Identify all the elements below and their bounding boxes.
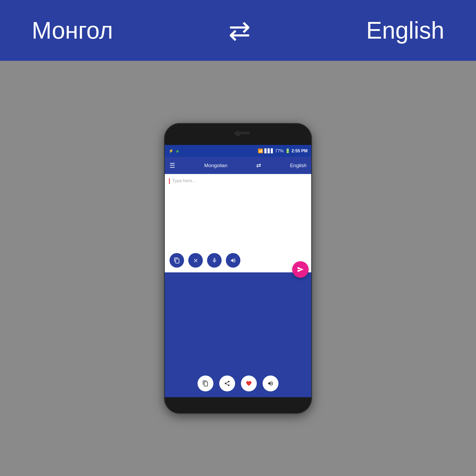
phone-top-bezel	[165, 124, 311, 145]
favorite-button[interactable]	[241, 376, 257, 391]
status-right: 📶 ▋▋▋ 77% 🔋 2:55 PM	[258, 148, 308, 153]
header-lang-right[interactable]: English	[366, 17, 444, 44]
battery-percent: 77%	[275, 149, 284, 153]
share-icon	[224, 380, 230, 387]
speaker-output-button[interactable]	[263, 376, 278, 391]
mic-button[interactable]	[207, 253, 222, 268]
heart-icon	[246, 380, 252, 387]
battery-icon: 🔋	[285, 148, 290, 153]
send-button[interactable]	[292, 261, 309, 278]
speaker-icon	[267, 380, 274, 387]
header-lang-left[interactable]: Монгол	[32, 17, 113, 44]
share-button[interactable]	[219, 376, 235, 391]
power-button	[312, 182, 312, 208]
phone-bottom-bezel	[165, 397, 311, 413]
wifi-icon: 📶	[258, 148, 263, 153]
copy-icon	[202, 380, 209, 387]
clear-button[interactable]	[188, 253, 203, 268]
earpiece-speaker	[234, 132, 250, 134]
status-left: ⚡ ◉	[168, 148, 179, 153]
status-time: 2:55 PM	[292, 149, 308, 153]
clear-icon	[193, 258, 199, 263]
swap-icon-app[interactable]: ⇄	[256, 162, 261, 169]
clipboard-button[interactable]	[170, 253, 184, 268]
app-header: ☰ Mongolian ⇄ English	[165, 157, 311, 174]
app-lang-right[interactable]: English	[290, 163, 306, 168]
top-header: Монгол ⇄ English	[0, 0, 476, 61]
usb-icon: ⚡	[168, 148, 174, 153]
text-cursor	[169, 178, 170, 184]
output-area	[165, 272, 311, 371]
bottom-actions	[165, 371, 311, 397]
input-area: Type here...	[165, 174, 311, 272]
phone-device: ⚡ ◉ 📶 ▋▋▋ 77% 🔋 2:55 PM ☰ Mongolian ⇄ En…	[164, 123, 312, 414]
swap-icon-header[interactable]: ⇄	[228, 15, 251, 46]
mic-icon	[212, 258, 217, 263]
status-bar: ⚡ ◉ 📶 ▋▋▋ 77% 🔋 2:55 PM	[165, 145, 311, 157]
volume-button	[164, 177, 164, 198]
placeholder-text: Type here...	[172, 178, 196, 183]
send-icon	[297, 266, 304, 273]
clipboard-icon	[174, 257, 180, 264]
input-actions	[165, 250, 311, 272]
copy-output-button[interactable]	[198, 376, 213, 391]
text-input[interactable]: Type here...	[165, 174, 311, 250]
volume-button-input[interactable]	[226, 253, 240, 268]
location-icon: ◉	[176, 149, 179, 153]
signal-bars-icon: ▋▋▋	[264, 148, 274, 153]
phone-wrapper: ⚡ ◉ 📶 ▋▋▋ 77% 🔋 2:55 PM ☰ Mongolian ⇄ En…	[164, 61, 312, 476]
volume-icon	[230, 258, 236, 263]
app-lang-left[interactable]: Mongolian	[204, 163, 227, 168]
menu-button[interactable]: ☰	[170, 162, 175, 169]
